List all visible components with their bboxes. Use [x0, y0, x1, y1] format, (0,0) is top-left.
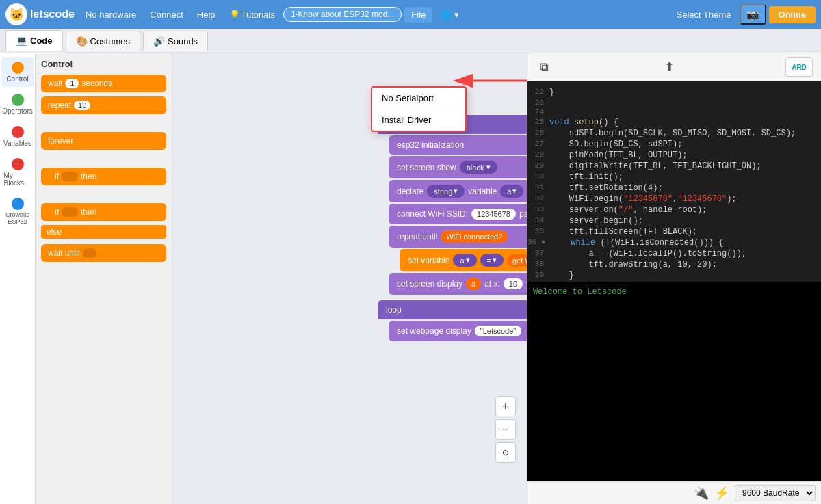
- tutorials-button[interactable]: 💡 Tutorials: [224, 7, 281, 23]
- var-name-pill[interactable]: a ▾: [453, 254, 476, 267]
- install-driver-item[interactable]: Install Driver: [372, 109, 465, 131]
- screen-display-block[interactable]: set screen display a at x: 10 y: 20: [389, 273, 527, 295]
- blocks-category-label: Control: [41, 59, 166, 69]
- then2-label: then: [81, 207, 96, 217]
- zoom-fit-button[interactable]: ⊙: [495, 442, 516, 463]
- help-button[interactable]: Help: [192, 7, 221, 23]
- usb-icon-1: 🔌: [694, 486, 709, 501]
- tab-code-label: Code: [30, 36, 53, 46]
- set-screen-block[interactable]: set screen show black ▾: [389, 156, 527, 178]
- sidebar-variables-label: Variables: [3, 140, 31, 147]
- webpage-display-block[interactable]: set webpage display "Letscode": [389, 321, 527, 341]
- no-hardware-button[interactable]: No hardware: [80, 7, 142, 23]
- code-line-30: 30 tft.init();: [527, 172, 821, 183]
- wait-label: wait: [48, 79, 62, 88]
- connect-button[interactable]: Connect: [144, 7, 188, 23]
- if-then-block[interactable]: if then: [41, 168, 166, 185]
- wait-seconds-block[interactable]: wait 1 seconds: [41, 75, 166, 92]
- repeat-block[interactable]: repeat 10: [41, 96, 166, 114]
- sidebar-item-operators[interactable]: Operators: [1, 90, 34, 119]
- connect-wifi-block[interactable]: connect WiFi SSID: 12345678 password: 12…: [389, 204, 527, 224]
- declare-varname-pill[interactable]: a ▾: [500, 185, 523, 198]
- no-serialport-item[interactable]: No Serialport: [372, 88, 465, 109]
- tabs-row: 💻 Code 🎨 Costumes 🔊 Sounds: [0, 29, 821, 53]
- set-var-label: set variable: [408, 256, 449, 265]
- at-x-label: at x:: [484, 279, 500, 289]
- tab-costumes[interactable]: 🎨 Costumes: [66, 31, 141, 51]
- file-button[interactable]: File: [404, 7, 432, 23]
- control-dot: [12, 62, 24, 74]
- sidebar-control-label: Control: [6, 75, 28, 83]
- costumes-tab-icon: 🎨: [76, 36, 88, 47]
- code-line-33: 33 server.on("/", handle_root);: [527, 204, 821, 215]
- online-button[interactable]: Online: [769, 6, 816, 23]
- code-editor[interactable]: 22 } 23 24 25 void setup() { 26 sdSPI.be…: [527, 81, 821, 282]
- operators-dot: [12, 94, 24, 106]
- code-line-38: 38 tft.drawString(a, 10, 20);: [527, 259, 821, 270]
- repeat-input[interactable]: 10: [74, 101, 90, 110]
- tab-sounds[interactable]: 🔊 Sounds: [143, 31, 208, 51]
- wait-input[interactable]: 1: [65, 79, 79, 88]
- repeat-until-block[interactable]: repeat until WiFi connected?: [389, 226, 527, 248]
- sidebar: Control Operators Variables My Blocks Cr…: [0, 53, 36, 504]
- forever-label: forever: [48, 136, 73, 146]
- if2-label: if: [55, 207, 59, 217]
- sidebar-operators-label: Operators: [2, 107, 32, 115]
- code-panel: ⧉ ⬆ ARD 22 } 23 24 25 void setup() {: [527, 53, 821, 504]
- code-line-28: 28 pinMode(TFT_BL, OUTPUT);: [527, 150, 821, 161]
- zoom-out-button[interactable]: −: [495, 419, 516, 440]
- sidebar-item-control[interactable]: Control: [1, 57, 34, 87]
- tab-sounds-label: Sounds: [168, 36, 198, 47]
- set-screen-label: set screen show: [397, 163, 456, 172]
- declare-block[interactable]: declare string ▾ variable a ▾: [389, 180, 527, 202]
- zoom-controls: + − ⊙: [495, 396, 516, 463]
- code-line-32: 32 WiFi.begin("12345678","12345678");: [527, 194, 821, 204]
- copy-code-button[interactable]: ⧉: [536, 59, 553, 76]
- get-wifi-pill[interactable]: get WiFi ip: [507, 254, 527, 267]
- declare-type-pill[interactable]: string ▾: [427, 185, 465, 198]
- loop-label: loop: [386, 305, 402, 315]
- display-var-pill[interactable]: a: [466, 278, 481, 290]
- set-variable-block[interactable]: set variable a ▾ = ▾ get WiFi ip: [400, 249, 527, 271]
- canvas-area[interactable]: No Serialport Install Driver setup esp32…: [172, 53, 527, 504]
- baud-bar: 🔌 ⚡ 9600 BaudRate: [527, 481, 821, 504]
- if-then-else-block[interactable]: if then: [41, 203, 166, 221]
- forever-block[interactable]: forever: [41, 132, 166, 150]
- top-navbar: 🐱 letscode No hardware Connect Help 💡 Tu…: [0, 0, 821, 29]
- loop-header-block[interactable]: loop: [378, 300, 527, 319]
- code-line-34: 34 server.begin();: [527, 215, 821, 226]
- code-line-27: 27 SD.begin(SD_CS, sdSPI);: [527, 139, 821, 150]
- logo-icon: 🐱: [5, 3, 27, 25]
- webpage-label: set webpage display: [397, 326, 471, 336]
- wifi-connected-pill[interactable]: WiFi connected?: [441, 230, 508, 243]
- sidebar-item-myblocks[interactable]: My Blocks: [1, 154, 34, 191]
- equals-pill[interactable]: = ▾: [480, 254, 504, 267]
- canvas-setup-group: setup esp32 initialization set screen sh…: [378, 115, 527, 343]
- sidebar-item-crowbits[interactable]: CrowbitsESP32: [1, 194, 34, 229]
- variables-dot: [12, 126, 24, 138]
- code-line-31: 31 tft.setRotation(4);: [527, 183, 821, 194]
- tutorial-pill[interactable]: 1-Know about ESP32 mod...: [283, 7, 402, 22]
- baud-rate-select[interactable]: 9600 BaudRate: [735, 485, 816, 501]
- serialport-dropdown: No Serialport Install Driver: [371, 86, 467, 132]
- globe-button[interactable]: 🌐 ▾: [435, 7, 465, 23]
- wait-until-label: wait until: [48, 248, 80, 258]
- set-screen-val[interactable]: black ▾: [460, 161, 498, 174]
- sounds-tab-icon: 🔊: [153, 36, 165, 47]
- camera-button[interactable]: 📷: [740, 4, 766, 25]
- sidebar-item-variables[interactable]: Variables: [1, 122, 34, 151]
- wifi-ssid-input[interactable]: 12345678: [471, 209, 516, 220]
- x-val-input[interactable]: 10: [504, 278, 523, 289]
- wait-until-block[interactable]: wait until: [41, 244, 166, 262]
- zoom-in-button[interactable]: +: [495, 396, 516, 416]
- webpage-val-input[interactable]: "Letscode": [475, 326, 521, 336]
- upload-code-button[interactable]: ⬆: [660, 58, 679, 76]
- logo-text: letscode: [30, 8, 75, 21]
- tab-code[interactable]: 💻 Code: [5, 30, 63, 51]
- y-label: y:: [526, 279, 527, 289]
- esp32-init-block[interactable]: esp32 initialization: [389, 135, 527, 155]
- code-line-39: 39 }: [527, 270, 821, 281]
- code-line-37: 37 a = (WiFi.localIP().toString());: [527, 248, 821, 259]
- select-theme-button[interactable]: Select Theme: [671, 7, 737, 23]
- if-label: if: [55, 172, 59, 181]
